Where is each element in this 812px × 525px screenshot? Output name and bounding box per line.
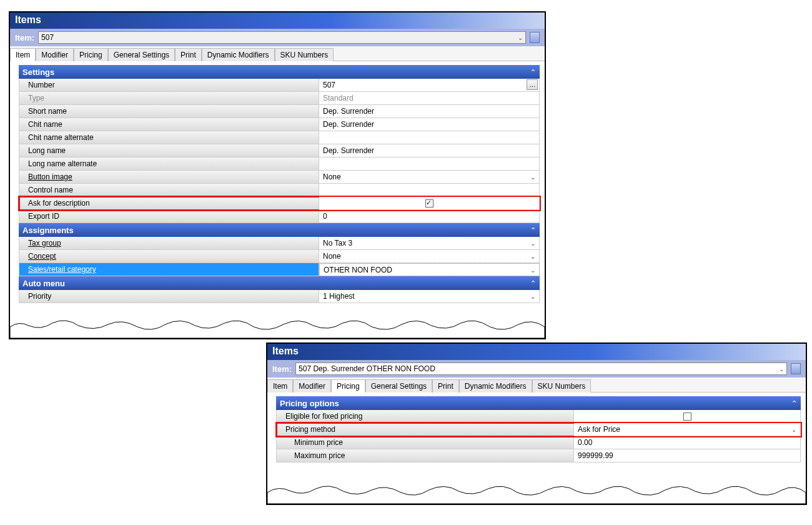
tab-item[interactable]: Item: [10, 48, 36, 61]
settings-header[interactable]: Settings ⌃: [19, 65, 540, 79]
row-type: Type Standard: [19, 92, 540, 105]
pricing-options-grid: Eligible for fixed pricing Pricing metho…: [276, 410, 801, 462]
row-sales-retail-category: Sales/retail category OTHER NON FOOD ⌄: [19, 263, 540, 276]
label-ask-desc: Ask for description: [19, 197, 319, 210]
value-short-name[interactable]: Dep. Surrender: [319, 105, 540, 118]
ask-desc-checkbox[interactable]: [425, 199, 433, 208]
chevron-down-icon: ⌄: [530, 266, 535, 273]
chevron-down-icon: ⌄: [530, 293, 535, 300]
tab-content: Settings ⌃ Number 507 … Type Standard Sh…: [10, 61, 545, 303]
label-control-name: Control name: [19, 184, 319, 197]
tab-sku-numbers[interactable]: SKU Numbers: [532, 379, 592, 392]
value-type: Standard: [319, 92, 540, 105]
label-button-image: Button image: [19, 171, 319, 184]
value-chit-name[interactable]: Dep. Surrender: [319, 118, 540, 131]
value-priority[interactable]: 1 Highest ⌄: [319, 290, 540, 303]
item-label: Item:: [15, 33, 34, 42]
eligible-fixed-checkbox[interactable]: [683, 412, 691, 421]
tab-pricing[interactable]: Pricing: [74, 48, 108, 61]
label-eligible-fixed: Eligible for fixed pricing: [277, 410, 574, 423]
items-window-2: Items Item: 507 Dep. Surrender OTHER NON…: [266, 342, 807, 505]
automenu-header[interactable]: Auto menu ⌃: [19, 276, 540, 290]
tab-pricing[interactable]: Pricing: [331, 379, 365, 392]
row-long-name-alt: Long name alternate: [19, 158, 540, 171]
label-short-name: Short name: [19, 105, 319, 118]
item-dropdown[interactable]: 507 Dep. Surrender OTHER NON FOOD ⌄: [295, 362, 787, 375]
row-priority: Priority 1 Highest ⌄: [19, 290, 540, 303]
tab-general-settings[interactable]: General Settings: [108, 48, 175, 61]
tab-modifier[interactable]: Modifier: [36, 48, 74, 61]
value-control-name[interactable]: [319, 184, 540, 197]
label-pricing-method: Pricing method: [277, 423, 574, 436]
row-tax-group: Tax group No Tax 3 ⌄: [19, 237, 540, 250]
value-long-name-alt[interactable]: [319, 158, 540, 171]
settings-header-text: Settings: [22, 68, 54, 77]
label-sales-retail: Sales/retail category: [19, 263, 319, 276]
pricing-options-header[interactable]: Pricing options ⌃: [276, 396, 801, 410]
chevron-down-icon: ⌄: [791, 426, 796, 433]
tab-strip: Item Modifier Pricing General Settings P…: [267, 378, 806, 392]
label-chit-name: Chit name: [19, 118, 319, 131]
label-chit-name-alt: Chit name alternate: [19, 131, 319, 144]
row-min-price: Minimum price 0.00: [277, 436, 801, 449]
row-button-image: Button image None ⌄: [19, 171, 540, 184]
collapse-icon: ⌃: [530, 279, 536, 288]
tab-print[interactable]: Print: [432, 379, 459, 392]
tab-item[interactable]: Item: [267, 379, 293, 392]
item-dropdown[interactable]: 507 ⌄: [38, 31, 526, 44]
row-number: Number 507 …: [19, 79, 540, 92]
row-long-name: Long name Dep. Surrender: [19, 144, 540, 158]
assignments-header-text: Assignments: [22, 226, 74, 235]
tab-dynamic-modifiers[interactable]: Dynamic Modifiers: [459, 379, 532, 392]
label-long-name-alt: Long name alternate: [19, 158, 319, 171]
item-label: Item:: [272, 364, 292, 374]
tab-general-settings[interactable]: General Settings: [365, 379, 432, 392]
value-eligible-fixed[interactable]: [574, 410, 801, 423]
value-button-image[interactable]: None ⌄: [319, 171, 540, 184]
item-selector-row: Item: 507 ⌄: [10, 29, 545, 46]
value-tax-group[interactable]: No Tax 3 ⌄: [319, 237, 540, 250]
value-pricing-method[interactable]: Ask for Price ⌄: [574, 423, 801, 436]
value-long-name[interactable]: Dep. Surrender: [319, 144, 540, 158]
label-priority: Priority: [19, 290, 319, 303]
row-export-id: Export ID 0: [19, 210, 540, 223]
row-ask-for-description: Ask for description: [19, 197, 540, 210]
window-title: Items: [267, 344, 806, 360]
tab-dynamic-modifiers[interactable]: Dynamic Modifiers: [202, 48, 275, 61]
collapse-icon: ⌃: [530, 68, 536, 76]
tab-print[interactable]: Print: [175, 48, 202, 61]
row-concept: Concept None ⌄: [19, 250, 540, 263]
value-ask-desc[interactable]: [319, 197, 540, 210]
value-chit-name-alt[interactable]: [319, 131, 540, 144]
value-number[interactable]: 507 …: [319, 79, 540, 92]
label-min-price: Minimum price: [277, 436, 574, 449]
row-chit-name-alt: Chit name alternate: [19, 131, 540, 144]
tab-modifier[interactable]: Modifier: [293, 379, 331, 392]
tab-content: Pricing options ⌃ Eligible for fixed pri…: [267, 392, 806, 462]
label-concept: Concept: [19, 250, 319, 263]
chevron-down-icon: ⌄: [530, 240, 535, 247]
chevron-down-icon: ⌄: [518, 34, 523, 41]
item-lookup-icon[interactable]: [791, 363, 801, 374]
window-title-text: Items: [15, 14, 41, 25]
collapse-icon: ⌃: [530, 226, 536, 234]
label-export-id: Export ID: [19, 210, 319, 223]
automenu-grid: Priority 1 Highest ⌄: [19, 290, 540, 303]
window-title-text: Items: [272, 346, 299, 356]
ellipsis-button[interactable]: …: [527, 79, 538, 90]
value-max-price[interactable]: 999999.99: [574, 449, 801, 462]
item-lookup-icon[interactable]: [530, 32, 540, 43]
torn-edge-decoration: [10, 313, 545, 338]
window-title: Items: [10, 12, 545, 29]
value-sales-retail[interactable]: OTHER NON FOOD ⌄: [319, 263, 540, 276]
tab-sku-numbers[interactable]: SKU Numbers: [275, 48, 334, 61]
items-window-1: Items Item: 507 ⌄ Item Modifier Pricing …: [9, 11, 546, 339]
value-concept[interactable]: None ⌄: [319, 250, 540, 263]
value-export-id[interactable]: 0: [319, 210, 540, 223]
value-min-price[interactable]: 0.00: [574, 436, 801, 449]
torn-edge-decoration: [267, 479, 806, 504]
assignments-header[interactable]: Assignments ⌃: [19, 223, 540, 237]
item-dropdown-value: 507 Dep. Surrender OTHER NON FOOD: [299, 364, 435, 373]
row-pricing-method: Pricing method Ask for Price ⌄: [277, 423, 801, 436]
row-short-name: Short name Dep. Surrender: [19, 105, 540, 118]
